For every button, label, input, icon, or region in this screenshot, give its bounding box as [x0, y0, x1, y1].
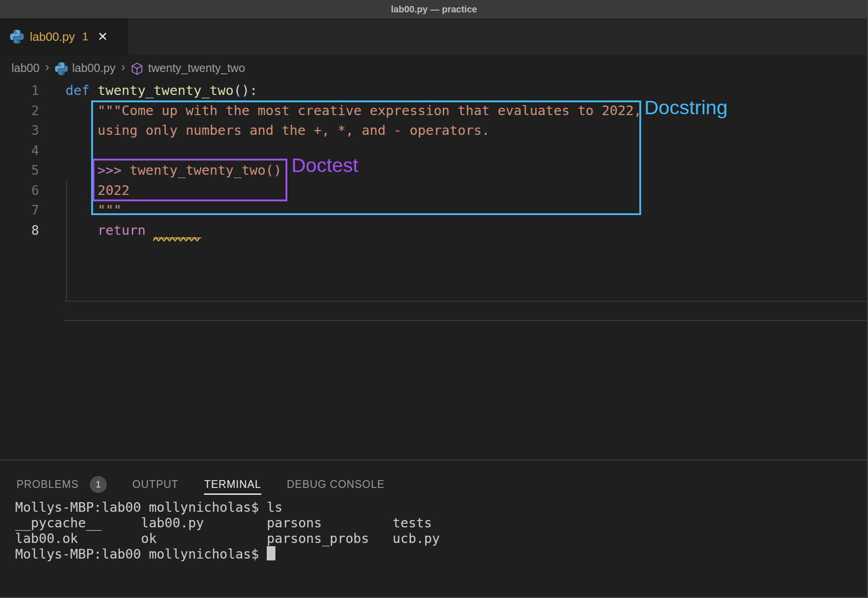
tab-terminal[interactable]: TERMINAL	[204, 475, 261, 493]
code-line[interactable]: def twenty_twenty_two():	[66, 81, 258, 101]
panel-tab-bar: PROBLEMS 1 OUTPUT TERMINAL DEBUG CONSOLE	[16, 475, 385, 493]
line-number: 3	[0, 121, 39, 141]
tab-close-icon[interactable]: ✕	[98, 29, 108, 44]
line-number: 6	[0, 181, 39, 201]
tab-problems-label: PROBLEMS	[16, 478, 79, 491]
symbol-cube-icon	[131, 62, 143, 75]
line-number: 2	[0, 101, 39, 121]
editor-tab-bar: lab00.py 1 ✕	[0, 18, 868, 55]
breadcrumb-file[interactable]: lab00.py	[72, 61, 116, 75]
active-panel-tab-underline	[204, 493, 261, 495]
window-title: lab00.py — practice	[391, 4, 477, 15]
window-titlebar: lab00.py — practice	[0, 0, 868, 18]
tab-debug-console-label: DEBUG CONSOLE	[287, 478, 385, 491]
docstring-annotation-label: Docstring	[644, 96, 728, 119]
tab-modified-badge: 1	[82, 30, 88, 43]
tab-debug-console[interactable]: DEBUG CONSOLE	[287, 475, 385, 493]
terminal-line: Mollys-MBP:lab00 mollynicholas$	[15, 547, 267, 562]
chevron-right-icon: ›	[121, 61, 125, 73]
doctest-annotation-box	[93, 159, 287, 201]
python-icon	[55, 62, 68, 75]
tab-lab00-py[interactable]: lab00.py 1 ✕	[0, 18, 128, 55]
python-icon	[10, 30, 24, 44]
line-number: 7	[0, 200, 39, 221]
tab-output-label: OUTPUT	[132, 478, 179, 491]
problems-count-badge: 1	[90, 476, 107, 493]
current-line-highlight	[64, 301, 868, 321]
terminal-line: lab00.ok ok parsons_probs ucb.py	[15, 531, 440, 547]
chevron-right-icon: ›	[45, 61, 49, 73]
doctest-annotation-label: Doctest	[291, 154, 358, 177]
tab-terminal-label: TERMINAL	[204, 478, 261, 491]
line-number: 8	[0, 221, 39, 241]
line-number: 4	[0, 141, 39, 161]
breadcrumb: lab00 › lab00.py › twenty_twenty_two	[0, 55, 868, 81]
terminal-line: __pycache__ lab00.py parsons tests	[15, 515, 432, 531]
terminal-line: Mollys-MBP:lab00 mollynicholas$ ls	[15, 500, 282, 515]
terminal-cursor	[267, 546, 275, 560]
tab-problems[interactable]: PROBLEMS 1	[16, 475, 107, 493]
line-number: 5	[0, 161, 39, 181]
warning-squiggle	[153, 236, 201, 242]
breadcrumb-folder[interactable]: lab00	[11, 61, 39, 75]
tab-output[interactable]: OUTPUT	[132, 475, 179, 493]
line-number: 1	[0, 81, 39, 101]
breadcrumb-symbol[interactable]: twenty_twenty_two	[148, 61, 245, 75]
tab-filename: lab00.py	[30, 30, 75, 44]
